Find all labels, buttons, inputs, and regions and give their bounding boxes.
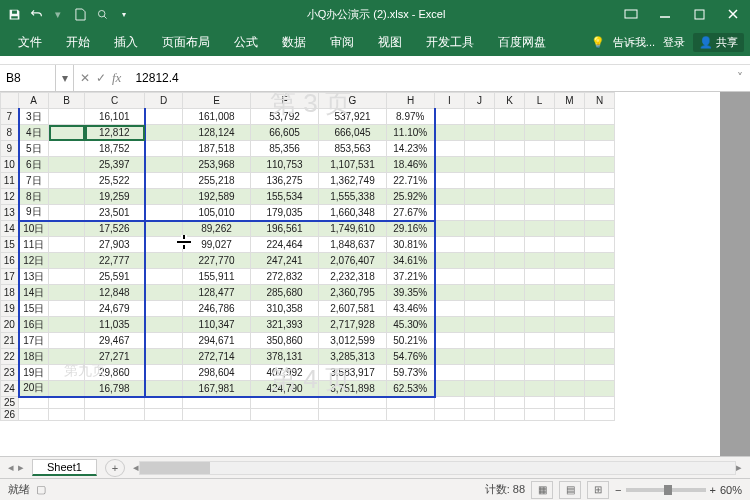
cell[interactable] xyxy=(387,409,435,421)
cell[interactable] xyxy=(525,125,555,141)
cell[interactable] xyxy=(585,189,615,205)
row-header[interactable]: 20 xyxy=(1,317,19,333)
new-icon[interactable] xyxy=(72,6,88,22)
cell[interactable] xyxy=(585,173,615,189)
cell[interactable]: 2,717,928 xyxy=(319,317,387,333)
cell[interactable] xyxy=(435,285,465,301)
cell[interactable]: 20日 xyxy=(19,381,49,397)
cell[interactable] xyxy=(585,269,615,285)
cell[interactable] xyxy=(465,397,495,409)
cell[interactable]: 16,101 xyxy=(85,109,145,125)
cell[interactable]: 136,275 xyxy=(251,173,319,189)
cell[interactable] xyxy=(145,109,183,125)
share-button[interactable]: 👤 共享 xyxy=(693,33,744,52)
cell[interactable]: 272,832 xyxy=(251,269,319,285)
cell[interactable] xyxy=(585,365,615,381)
tab-insert[interactable]: 插入 xyxy=(102,28,150,56)
cell[interactable] xyxy=(585,157,615,173)
cell[interactable] xyxy=(49,381,85,397)
cell[interactable] xyxy=(555,301,585,317)
cell[interactable] xyxy=(495,237,525,253)
cell[interactable] xyxy=(585,317,615,333)
cell[interactable] xyxy=(525,157,555,173)
cell[interactable] xyxy=(435,301,465,317)
cell[interactable]: 6日 xyxy=(19,157,49,173)
cell[interactable]: 1,555,338 xyxy=(319,189,387,205)
view-normal-icon[interactable]: ▦ xyxy=(531,481,553,499)
cell[interactable] xyxy=(145,141,183,157)
cell[interactable] xyxy=(435,189,465,205)
cell[interactable] xyxy=(49,173,85,189)
row-header[interactable]: 7 xyxy=(1,109,19,125)
cell[interactable] xyxy=(49,237,85,253)
cell[interactable]: 2,232,318 xyxy=(319,269,387,285)
cell[interactable] xyxy=(585,409,615,421)
cell[interactable] xyxy=(145,333,183,349)
cell[interactable] xyxy=(465,365,495,381)
cell[interactable] xyxy=(49,409,85,421)
cell[interactable]: 128,124 xyxy=(183,125,251,141)
cell[interactable] xyxy=(495,409,525,421)
row-header[interactable]: 19 xyxy=(1,301,19,317)
row-header[interactable]: 26 xyxy=(1,409,19,421)
cell[interactable]: 105,010 xyxy=(183,205,251,221)
cell[interactable] xyxy=(145,381,183,397)
cell[interactable] xyxy=(525,285,555,301)
cell[interactable]: 155,534 xyxy=(251,189,319,205)
cell[interactable]: 853,563 xyxy=(319,141,387,157)
horizontal-scrollbar[interactable]: ◂ ▸ xyxy=(133,461,742,475)
cell[interactable]: 59.73% xyxy=(387,365,435,381)
cell[interactable]: 179,035 xyxy=(251,205,319,221)
row-header[interactable]: 16 xyxy=(1,253,19,269)
cell[interactable] xyxy=(555,157,585,173)
cell[interactable] xyxy=(495,173,525,189)
cell[interactable] xyxy=(435,253,465,269)
cell[interactable]: 110,347 xyxy=(183,317,251,333)
cell[interactable] xyxy=(435,409,465,421)
cell[interactable] xyxy=(251,397,319,409)
cell[interactable] xyxy=(495,317,525,333)
cell[interactable]: 378,131 xyxy=(251,349,319,365)
col-header[interactable]: B xyxy=(49,93,85,109)
cell[interactable] xyxy=(495,109,525,125)
cell[interactable] xyxy=(145,365,183,381)
cell[interactable] xyxy=(465,285,495,301)
cell[interactable]: 17日 xyxy=(19,333,49,349)
cell[interactable]: 62.53% xyxy=(387,381,435,397)
view-pagebreak-icon[interactable]: ⊞ xyxy=(587,481,609,499)
cell[interactable]: 537,921 xyxy=(319,109,387,125)
cell[interactable]: 321,393 xyxy=(251,317,319,333)
sheet-nav-first-icon[interactable]: ◂ xyxy=(8,461,14,474)
cell[interactable] xyxy=(555,109,585,125)
cell[interactable]: 12,848 xyxy=(85,285,145,301)
cell[interactable]: 12日 xyxy=(19,253,49,269)
cell[interactable]: 25,397 xyxy=(85,157,145,173)
tab-layout[interactable]: 页面布局 xyxy=(150,28,222,56)
cell[interactable]: 247,241 xyxy=(251,253,319,269)
name-box[interactable]: B8 xyxy=(0,65,56,91)
cell[interactable]: 27.67% xyxy=(387,205,435,221)
cell[interactable] xyxy=(145,285,183,301)
cell[interactable]: 155,911 xyxy=(183,269,251,285)
cell[interactable]: 196,561 xyxy=(251,221,319,237)
cell[interactable] xyxy=(555,397,585,409)
cell[interactable]: 3日 xyxy=(19,109,49,125)
cell[interactable]: 310,358 xyxy=(251,301,319,317)
cell[interactable] xyxy=(19,397,49,409)
cell[interactable]: 29,467 xyxy=(85,333,145,349)
cell[interactable] xyxy=(435,221,465,237)
cell[interactable] xyxy=(49,157,85,173)
cell[interactable] xyxy=(465,333,495,349)
minimize-icon[interactable] xyxy=(648,0,682,28)
cell[interactable]: 167,981 xyxy=(183,381,251,397)
cell[interactable] xyxy=(555,125,585,141)
tab-baidu[interactable]: 百度网盘 xyxy=(486,28,558,56)
row-header[interactable]: 21 xyxy=(1,333,19,349)
cell[interactable] xyxy=(145,397,183,409)
cell[interactable] xyxy=(585,285,615,301)
cell[interactable] xyxy=(435,205,465,221)
cell[interactable] xyxy=(465,301,495,317)
cell[interactable] xyxy=(555,381,585,397)
cell[interactable] xyxy=(525,365,555,381)
col-header[interactable]: D xyxy=(145,93,183,109)
